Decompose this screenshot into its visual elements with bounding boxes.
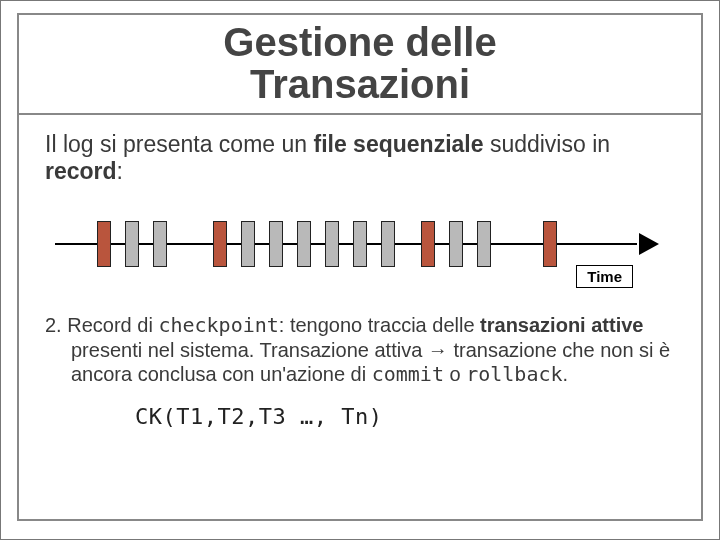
intro-paragraph: Il log si presenta come un file sequenzi… [45,131,675,185]
intro-text-2: suddiviso in [484,131,611,157]
checkpoint-formula: CK(T1,T2,T3 …, Tn) [45,404,675,429]
checkpoint-tick [97,221,111,267]
record-tick [125,221,139,267]
item-text-6: . [563,363,569,385]
record-tick [269,221,283,267]
intro-bold-1: file sequenziale [313,131,483,157]
record-tick [297,221,311,267]
slide-frame: Gestione delle Transazioni Il log si pre… [17,13,703,521]
slide-title: Gestione delle Transazioni [19,15,701,115]
item-mono-rollback: rollback [466,362,562,386]
timeline: Time [45,207,675,291]
item-bold-1: transazioni attive [480,314,643,336]
record-tick [381,221,395,267]
record-tick [477,221,491,267]
arrow-right-icon [639,233,659,255]
slide-content: Il log si presenta come un file sequenzi… [19,115,701,429]
time-label: Time [576,265,633,288]
record-tick [153,221,167,267]
item-mono-checkpoint: checkpoint [158,313,278,337]
item-mono-commit: commit [372,362,444,386]
intro-bold-2: record [45,158,117,184]
checkpoint-tick [421,221,435,267]
item-text-1: Record di [67,314,158,336]
list-item-2: 2. Record di checkpoint: tengono traccia… [45,313,675,386]
item-number: 2. [45,314,67,336]
checkpoint-tick [543,221,557,267]
item-text-2: : tengono traccia delle [279,314,480,336]
title-line-2: Transazioni [250,62,470,106]
record-tick [241,221,255,267]
checkpoint-tick [213,221,227,267]
intro-text-1: Il log si presenta come un [45,131,313,157]
record-tick [353,221,367,267]
record-tick [449,221,463,267]
intro-text-3: : [117,158,123,184]
record-tick [325,221,339,267]
arrow-right-icon: → [428,339,448,361]
item-text-5: o [444,363,466,385]
title-line-1: Gestione delle [223,20,496,64]
item-text-3: presenti nel sistema. Transazione attiva [71,339,428,361]
slide: Gestione delle Transazioni Il log si pre… [0,0,720,540]
